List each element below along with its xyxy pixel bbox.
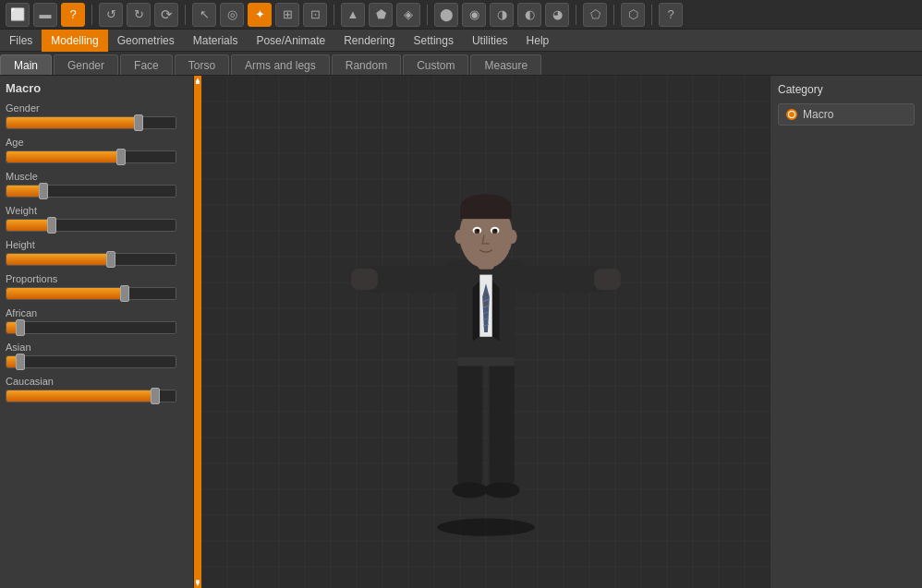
slider-track-caucasian[interactable]	[6, 390, 176, 402]
obj1-btn[interactable]: ◑	[490, 3, 514, 27]
obj3-btn[interactable]: ◕	[545, 3, 569, 27]
menu-geometries[interactable]: Geometries	[108, 30, 184, 52]
macro-radio[interactable]	[786, 109, 797, 120]
sep2	[185, 5, 186, 25]
slider-label-caucasian: Caucasian	[6, 376, 188, 387]
sep1	[91, 5, 92, 25]
slider-group-weight: Weight	[6, 205, 188, 232]
svg-point-27	[455, 229, 464, 243]
obj2-btn[interactable]: ◐	[517, 3, 541, 27]
refresh-btn[interactable]: ⟳	[154, 3, 178, 27]
svg-rect-31	[457, 361, 482, 485]
tab-arms-legs[interactable]: Arms and legs	[231, 54, 330, 75]
svg-rect-30	[499, 259, 526, 279]
slider-thumb-height[interactable]	[106, 251, 115, 268]
slider-thumb-weight[interactable]	[47, 217, 56, 234]
category-macro-option[interactable]: Macro	[778, 103, 915, 126]
viewport[interactable]	[201, 76, 770, 588]
svg-point-12	[484, 302, 488, 306]
menu-files[interactable]: Files	[0, 30, 42, 52]
slider-thumb-proportions[interactable]	[120, 285, 129, 302]
sep4	[427, 5, 428, 25]
menu-modelling[interactable]: Modelling	[42, 30, 107, 52]
slider-label-height: Height	[6, 239, 188, 250]
slider-fill-age	[6, 151, 121, 162]
slider-thumb-muscle[interactable]	[39, 183, 48, 199]
menu-help[interactable]: Help	[517, 30, 559, 52]
slider-fill-weight	[6, 220, 52, 231]
redo-btn[interactable]: ↻	[127, 3, 151, 27]
slider-thumb-african[interactable]	[16, 319, 25, 336]
svg-point-34	[484, 482, 519, 498]
slider-track-gender[interactable]	[6, 116, 176, 129]
sep6	[613, 5, 614, 25]
svg-point-26	[494, 229, 497, 232]
slider-label-gender: Gender	[6, 102, 188, 114]
camera-btn[interactable]: ⬡	[621, 3, 645, 27]
slider-track-proportions[interactable]	[6, 287, 176, 300]
slider-fill-caucasian	[6, 390, 155, 402]
slider-group-african: African	[6, 307, 188, 334]
menubar: Files Modelling Geometries Materials Pos…	[0, 30, 922, 52]
slider-thumb-caucasian[interactable]	[151, 388, 160, 404]
slider-track-asian[interactable]	[6, 355, 176, 368]
menu-materials[interactable]: Materials	[184, 30, 248, 52]
help-btn[interactable]: ?	[61, 3, 85, 27]
svg-rect-29	[445, 259, 472, 279]
slider-track-height[interactable]	[6, 253, 176, 266]
slider-thumb-asian[interactable]	[16, 354, 25, 370]
slider-group-gender: Gender	[6, 102, 188, 129]
tab-face[interactable]: Face	[120, 54, 173, 75]
square-btn[interactable]: ⬜	[6, 3, 30, 27]
svg-point-0	[437, 518, 535, 535]
svg-point-25	[476, 229, 479, 232]
bar-bottom-arrow: ▼	[194, 578, 201, 586]
sphere-btn[interactable]: ⬤	[434, 3, 458, 27]
menu-pose-animate[interactable]: Pose/Animate	[247, 30, 334, 52]
question-btn[interactable]: ?	[659, 3, 683, 27]
slider-track-african[interactable]	[6, 321, 176, 334]
slider-group-age: Age	[6, 137, 188, 163]
slider-track-weight[interactable]	[6, 219, 176, 232]
pose1-btn[interactable]: ▲	[341, 3, 365, 27]
pose2-btn[interactable]: ⬟	[369, 3, 393, 27]
tab-gender[interactable]: Gender	[54, 54, 118, 75]
cursor-btn[interactable]: ↖	[192, 3, 216, 27]
octagon-btn[interactable]: ⬠	[583, 3, 607, 27]
svg-rect-35	[457, 356, 514, 366]
chess-btn[interactable]: ⊡	[303, 3, 327, 27]
slider-thumb-gender[interactable]	[134, 114, 143, 131]
slider-label-muscle: Muscle	[6, 171, 188, 182]
panel-title: Macro	[6, 81, 188, 95]
tab-random[interactable]: Random	[332, 54, 401, 75]
slider-thumb-age[interactable]	[116, 149, 126, 165]
slider-track-age[interactable]	[6, 150, 176, 163]
menu-utilities[interactable]: Utilities	[463, 30, 517, 52]
slider-group-proportions: Proportions	[6, 273, 188, 300]
undo-btn[interactable]: ↺	[99, 3, 123, 27]
slider-label-african: African	[6, 307, 188, 318]
tab-torso[interactable]: Torso	[175, 54, 229, 75]
tab-main[interactable]: Main	[0, 54, 52, 75]
slider-group-height: Height	[6, 239, 188, 266]
slider-group-asian: Asian	[6, 342, 188, 368]
slider-label-weight: Weight	[6, 205, 188, 216]
right-panel: Category Macro	[770, 76, 922, 588]
tab-measure[interactable]: Measure	[470, 54, 541, 75]
grab-btn[interactable]: ✦	[248, 3, 272, 27]
globe-btn[interactable]: ◎	[220, 3, 244, 27]
menu-rendering[interactable]: Rendering	[334, 30, 404, 52]
cylinder-btn[interactable]: ◉	[462, 3, 486, 27]
slider-fill-gender	[6, 117, 139, 128]
slider-track-muscle[interactable]	[6, 185, 176, 198]
character-figure	[329, 111, 643, 554]
min-btn[interactable]: ▬	[33, 3, 57, 27]
tabbar: Main Gender Face Torso Arms and legs Ran…	[0, 52, 922, 76]
left-panel: Macro GenderAgeMuscleWeightHeightProport…	[0, 76, 194, 588]
grid-btn[interactable]: ⊞	[275, 3, 299, 27]
slider-fill-proportions	[6, 288, 125, 299]
pose3-btn[interactable]: ◈	[396, 3, 420, 27]
tab-custom[interactable]: Custom	[403, 54, 468, 75]
menu-settings[interactable]: Settings	[405, 30, 463, 52]
figure-container	[201, 76, 770, 588]
